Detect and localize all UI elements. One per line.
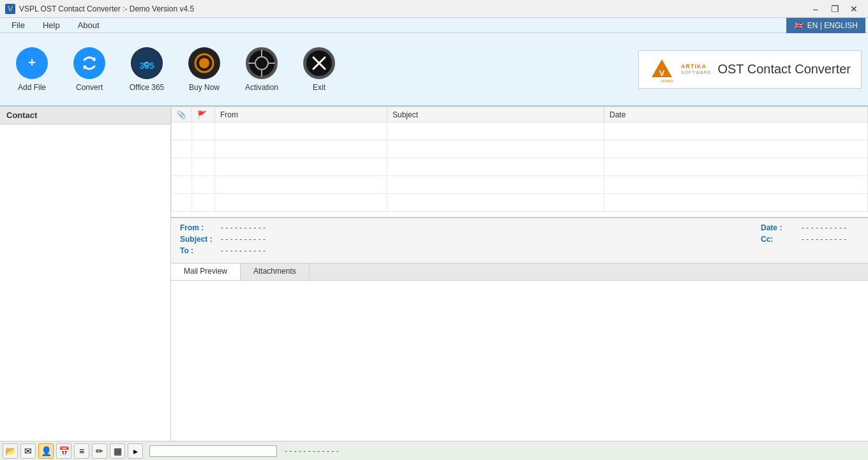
flag-icon: 🇬🇧: [794, 21, 804, 30]
table-row[interactable]: [172, 176, 868, 194]
exit-button[interactable]: Exit: [294, 39, 345, 100]
activation-icon: [246, 47, 278, 79]
titlebar-controls: – ❐ ✕: [807, 2, 863, 16]
status-edit-icon[interactable]: ✏: [92, 443, 107, 459]
menu-file[interactable]: File: [3, 19, 34, 31]
from-label: From :: [180, 223, 218, 232]
date-row: Date : - - - - - - - - - -: [761, 223, 846, 232]
minimize-button[interactable]: –: [807, 2, 825, 16]
close-button[interactable]: ✕: [845, 2, 863, 16]
buynow-label: Buy Now: [189, 83, 220, 92]
language-label: EN | ENGLISH: [807, 21, 858, 30]
titlebar: V VSPL OST Contact Converter :- Demo Ver…: [0, 0, 868, 18]
status-list-icon[interactable]: ≡: [74, 443, 89, 459]
exit-label: Exit: [313, 83, 326, 92]
email-table-area: 📎 🚩 From Subject Date: [171, 107, 868, 218]
status-text: - - - - - - - - - - - -: [285, 447, 339, 456]
activation-label: Activation: [245, 83, 278, 92]
cc-label: Cc:: [761, 235, 799, 244]
status-calendar-icon[interactable]: 📅: [56, 443, 71, 459]
email-detail: From : - - - - - - - - - - Subject : - -…: [171, 218, 868, 263]
status-contact-icon[interactable]: 👤: [38, 443, 54, 459]
subject-value: - - - - - - - - - -: [221, 235, 266, 244]
to-value: - - - - - - - - - -: [221, 246, 266, 255]
activation-button[interactable]: Activation: [236, 39, 287, 100]
to-row: To : - - - - - - - - - -: [180, 246, 266, 255]
convert-icon: [73, 47, 105, 79]
vartika-logo-icon: V ARTIKA SOFTWARE: [649, 57, 675, 82]
exit-icon: [303, 47, 335, 79]
email-table: 📎 🚩 From Subject Date: [171, 107, 868, 212]
to-label: To :: [180, 246, 218, 255]
right-panel: 📎 🚩 From Subject Date: [171, 107, 868, 441]
toolbar: + Add File Convert ○ 365 Office 365: [0, 33, 868, 107]
logo-text: OST Contact Converter: [717, 62, 851, 77]
status-progress-bar: [149, 445, 277, 457]
restore-button[interactable]: ❐: [826, 2, 844, 16]
date-label: Date :: [761, 223, 799, 232]
left-panel: Contact: [0, 107, 171, 441]
menu-about[interactable]: About: [69, 19, 108, 31]
statusbar: 📂 ✉ 👤 📅 ≡ ✏ ▦ ▸ - - - - - - - - - - - -: [0, 441, 868, 460]
tab-attachments[interactable]: Attachments: [241, 263, 310, 280]
subject-label: Subject :: [180, 235, 218, 244]
svg-text:ARTIKA: ARTIKA: [661, 79, 673, 82]
contact-header: Contact: [0, 107, 170, 124]
svg-text:+: +: [28, 56, 36, 70]
table-row[interactable]: [172, 194, 868, 212]
date-value: - - - - - - - - - -: [802, 223, 846, 232]
col-from: From: [215, 107, 387, 122]
svg-point-8: [199, 58, 209, 68]
col-date: Date: [604, 107, 868, 122]
col-flag: 🚩: [192, 107, 215, 122]
main-area: Contact 📎 🚩 From Subject Date: [0, 107, 868, 441]
tab-mail-preview[interactable]: Mail Preview: [171, 263, 241, 280]
office365-label: Office 365: [130, 83, 164, 92]
titlebar-left: V VSPL OST Contact Converter :- Demo Ver…: [5, 4, 194, 14]
add-file-icon: +: [16, 47, 48, 79]
buynow-icon: [188, 47, 220, 79]
subject-row: Subject : - - - - - - - - - -: [180, 235, 266, 244]
contact-list: [0, 124, 170, 441]
convert-label: Convert: [76, 83, 103, 92]
status-open-folder-icon[interactable]: 📂: [3, 443, 18, 459]
preview-tabs: Mail Preview Attachments: [171, 263, 868, 281]
cc-row: Cc: - - - - - - - - - -: [761, 235, 846, 244]
from-row: From : - - - - - - - - - -: [180, 223, 266, 232]
status-email-icon[interactable]: ✉: [20, 443, 36, 459]
preview-area: [171, 281, 868, 441]
language-selector[interactable]: 🇬🇧 EN | ENGLISH: [786, 18, 865, 33]
col-attachment: 📎: [172, 107, 192, 122]
status-more-icon[interactable]: ▸: [128, 443, 143, 459]
app-logo-icon: V: [5, 4, 15, 14]
add-file-button[interactable]: + Add File: [6, 39, 57, 100]
svg-text:365: 365: [139, 61, 154, 71]
menu-help[interactable]: Help: [34, 19, 69, 31]
logo-area: V ARTIKA SOFTWARE ARTIKA SOFTWARE OST Co…: [638, 50, 862, 89]
svg-point-2: [74, 48, 105, 78]
status-grid-icon[interactable]: ▦: [110, 443, 125, 459]
from-value: - - - - - - - - - -: [221, 223, 266, 232]
app-title: VSPL OST Contact Converter :- Demo Versi…: [19, 4, 194, 13]
office365-icon: ○ 365: [131, 47, 163, 79]
table-row[interactable]: [172, 140, 868, 158]
menubar: File Help About 🇬🇧 EN | ENGLISH: [0, 18, 868, 33]
cc-value: - - - - - - - - - -: [802, 235, 846, 244]
col-subject: Subject: [387, 107, 604, 122]
table-row[interactable]: [172, 122, 868, 140]
office365-button[interactable]: ○ 365 Office 365: [121, 39, 172, 100]
add-file-label: Add File: [18, 83, 46, 92]
table-row[interactable]: [172, 158, 868, 176]
convert-button[interactable]: Convert: [64, 39, 115, 100]
svg-text:V: V: [659, 68, 665, 78]
buynow-button[interactable]: Buy Now: [179, 39, 230, 100]
